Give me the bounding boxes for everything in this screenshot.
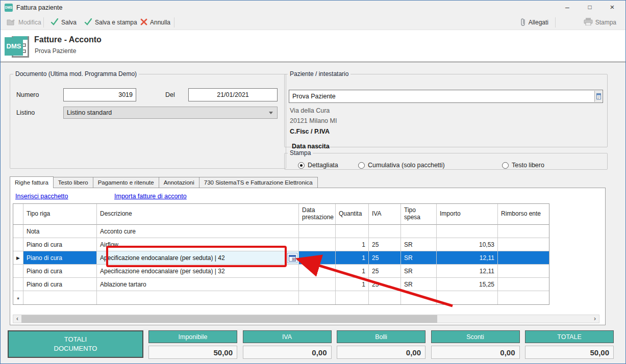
column-header-selector[interactable] xyxy=(13,204,23,225)
radio-testo-libero[interactable]: Testo libero xyxy=(502,162,544,169)
cell-tipo_spesa[interactable]: SR xyxy=(401,265,437,278)
table-row[interactable]: Piano di curaAblazione tartaro125SR15,25 xyxy=(13,278,549,291)
column-header-data_prestazione[interactable]: Data prestazione xyxy=(299,204,336,225)
paziente-field[interactable]: Prova Paziente xyxy=(289,90,603,103)
cell-tipo_riga[interactable]: Piano di cura xyxy=(23,251,97,265)
cell-descrizione[interactable]: Acconto cure xyxy=(97,225,299,238)
horizontal-scrollbar[interactable]: ‹ › xyxy=(13,315,599,323)
row-selector-cell[interactable] xyxy=(13,265,23,278)
table-row[interactable]: Piano di curaAirflow125SR10,53 xyxy=(13,238,549,251)
tab-annotazioni[interactable]: Annotazioni xyxy=(159,177,199,188)
cell-quantita[interactable]: 1 xyxy=(336,251,369,265)
cell-rimborso_ente[interactable] xyxy=(498,238,549,251)
table-row[interactable]: Piano di curaApecificazione endocanalare… xyxy=(13,265,549,278)
salva-button[interactable]: Salva xyxy=(47,15,80,30)
row-selector-cell[interactable]: ▶ xyxy=(13,251,23,265)
stampa-button[interactable]: Stampa xyxy=(581,15,619,30)
open-description-editor-button[interactable] xyxy=(287,253,297,263)
cell-data_prestazione[interactable] xyxy=(299,265,336,278)
cell-data_prestazione[interactable] xyxy=(299,238,336,251)
cell-iva[interactable]: 25 xyxy=(369,278,401,291)
scroll-left-icon[interactable]: ‹ xyxy=(13,315,21,323)
cell-importo[interactable]: 12,11 xyxy=(437,265,498,278)
cell-rimborso_ente[interactable] xyxy=(498,278,549,291)
cell-iva[interactable] xyxy=(369,225,401,238)
tab-730-sistemats[interactable]: 730 SistemaTS e Fatturazione Elettronica xyxy=(199,177,318,188)
cell-importo[interactable]: 12,11 xyxy=(437,251,498,265)
annulla-button[interactable]: Annulla xyxy=(137,15,173,30)
cell-data_prestazione[interactable] xyxy=(299,291,336,304)
cell-importo[interactable] xyxy=(437,291,498,304)
table-row[interactable]: NotaAcconto cure xyxy=(13,225,549,238)
cell-iva[interactable]: 25 xyxy=(369,265,401,278)
cell-iva[interactable]: 25 xyxy=(369,238,401,251)
del-date-field[interactable]: 21/01/2021 xyxy=(188,88,278,101)
cell-descrizione[interactable]: Ablazione tartaro xyxy=(97,278,299,291)
cell-tipo_riga[interactable]: Nota xyxy=(23,225,97,238)
cell-tipo_spesa[interactable]: SR xyxy=(401,278,437,291)
column-header-iva[interactable]: IVA xyxy=(369,204,401,225)
listino-select[interactable]: Listino standard xyxy=(63,107,278,119)
table-row[interactable]: * xyxy=(13,291,549,304)
cell-importo[interactable] xyxy=(437,225,498,238)
cell-tipo_spesa[interactable]: SR xyxy=(401,238,437,251)
cell-quantita[interactable] xyxy=(336,225,369,238)
column-header-tipo_riga[interactable]: Tipo riga xyxy=(23,204,97,225)
allegati-button[interactable]: Allegati xyxy=(517,15,552,30)
cell-tipo_spesa[interactable]: SR xyxy=(401,251,437,265)
cell-rimborso_ente[interactable] xyxy=(498,291,549,304)
tab-righe-fattura[interactable]: Righe fattura xyxy=(10,176,54,188)
cell-importo[interactable]: 15,25 xyxy=(437,278,498,291)
scrollbar-thumb[interactable] xyxy=(21,315,437,323)
cell-data_prestazione[interactable] xyxy=(299,225,336,238)
scroll-right-icon[interactable]: › xyxy=(591,315,599,323)
cell-descrizione[interactable]: Apecificazione endocanalare (per seduta)… xyxy=(97,251,299,265)
cell-rimborso_ente[interactable] xyxy=(498,265,549,278)
tab-pagamento-e-ritenute[interactable]: Pagamento e ritenute xyxy=(93,177,159,188)
cell-tipo_spesa[interactable] xyxy=(401,291,437,304)
table-row[interactable]: ▶Piano di curaApecificazione endocanalar… xyxy=(13,251,549,265)
cell-tipo_riga[interactable]: Piano di cura xyxy=(23,238,97,251)
row-selector-cell[interactable] xyxy=(13,238,23,251)
cell-data_prestazione[interactable] xyxy=(299,278,336,291)
cell-descrizione[interactable] xyxy=(97,291,299,304)
cell-data_prestazione[interactable] xyxy=(299,251,336,265)
numero-field[interactable]: 3019 xyxy=(63,88,136,101)
column-header-descrizione[interactable]: Descrizione xyxy=(97,204,299,225)
radio-cumulativa[interactable]: Cumulativa (solo pacchetti) xyxy=(358,162,445,169)
inserisci-pacchetto-link[interactable]: Inserisci pacchetto xyxy=(15,193,68,200)
salva-e-stampa-button[interactable]: Salva e stampa xyxy=(81,15,140,30)
cell-tipo_riga[interactable]: Piano di cura xyxy=(23,278,97,291)
column-header-rimborso_ente[interactable]: Rimborso ente xyxy=(498,204,549,225)
cell-tipo_riga[interactable]: Piano di cura xyxy=(23,265,97,278)
cell-quantita[interactable]: 1 xyxy=(336,238,369,251)
importa-fatture-link[interactable]: Importa fatture di acconto xyxy=(114,193,187,200)
cell-quantita[interactable] xyxy=(336,291,369,304)
cell-quantita[interactable]: 1 xyxy=(336,265,369,278)
column-header-importo[interactable]: Importo xyxy=(437,204,498,225)
modifica-button[interactable]: Modifica xyxy=(4,15,44,30)
cell-descrizione[interactable]: Apecificazione endocanalare (per seduta)… xyxy=(97,265,299,278)
cell-iva[interactable]: 25 xyxy=(369,251,401,265)
maximize-button[interactable]: □ xyxy=(579,1,601,15)
paziente-data-nascita: Data nascita xyxy=(292,143,330,150)
tab-testo-libero[interactable]: Testo libero xyxy=(53,177,93,188)
cell-importo[interactable]: 10,53 xyxy=(437,238,498,251)
cell-quantita[interactable]: 1 xyxy=(336,278,369,291)
minimize-button[interactable]: – xyxy=(556,1,579,15)
radio-dettagliata[interactable]: Dettagliata xyxy=(298,162,338,169)
row-selector-cell[interactable]: * xyxy=(13,291,23,304)
total-chip-bolli: Bolli xyxy=(337,330,425,343)
close-button[interactable]: × xyxy=(601,1,623,15)
cell-descrizione[interactable]: Airflow xyxy=(97,238,299,251)
column-header-tipo_spesa[interactable]: Tipo spesa xyxy=(401,204,437,225)
cell-tipo_riga[interactable] xyxy=(23,291,97,304)
cell-iva[interactable] xyxy=(369,291,401,304)
row-selector-cell[interactable] xyxy=(13,278,23,291)
cell-tipo_spesa[interactable] xyxy=(401,225,437,238)
patient-lookup-icon[interactable] xyxy=(594,91,602,102)
cell-rimborso_ente[interactable] xyxy=(498,251,549,265)
row-selector-cell[interactable] xyxy=(13,225,23,238)
column-header-quantita[interactable]: Quantita xyxy=(336,204,369,225)
cell-rimborso_ente[interactable] xyxy=(498,225,549,238)
